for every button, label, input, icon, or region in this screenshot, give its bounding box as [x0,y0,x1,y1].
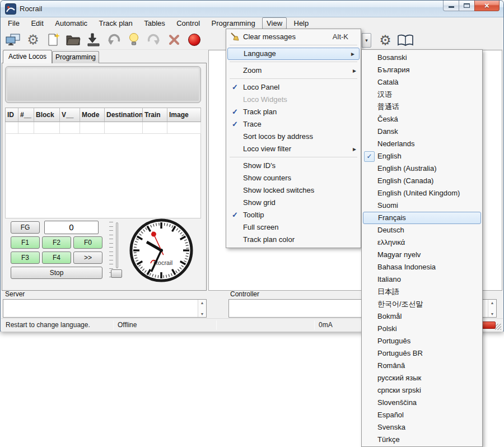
language-menu-item[interactable]: Français [363,212,481,224]
tab-active-locos[interactable]: Active Locos [3,50,52,63]
scroll-down-icon[interactable]: ▼ [488,312,496,316]
f2-button[interactable]: F2 [42,236,71,249]
language-menu-item[interactable]: Polski [362,323,482,335]
minimize-button[interactable] [443,1,459,11]
combo-dropdown-icon[interactable]: ▾ [362,33,371,48]
language-menu-item[interactable]: Česká [362,113,482,125]
slider-thumb[interactable] [111,269,122,278]
menubar-item[interactable]: View [262,17,287,29]
scroll-down-icon[interactable]: ▼ [198,312,206,316]
language-menu-item[interactable]: 한국어/조선말 [362,298,482,310]
f0-button[interactable]: F0 [73,236,102,249]
view-menu-item[interactable]: Loco Panel [226,81,361,94]
language-menu-item[interactable]: 汉语 [362,89,482,101]
maximize-button[interactable] [459,1,474,11]
menubar-item[interactable]: Track plan [95,17,137,29]
speed-slider[interactable] [109,220,124,283]
undo-icon[interactable] [104,31,123,49]
language-menu-item[interactable]: Deutsch [362,224,482,236]
disconnect-x-icon[interactable] [165,31,184,49]
f1-button[interactable]: F1 [11,236,40,249]
view-menu-item[interactable]: Track plan color [226,234,361,246]
workspace-icon[interactable] [3,31,22,49]
language-menu-item[interactable]: English (Australia) [362,162,482,175]
emergency-stop-icon[interactable] [185,31,204,49]
language-menu-item[interactable]: България [362,64,482,76]
menubar-item[interactable]: Help [290,17,314,29]
menubar-item[interactable]: Programming [207,17,260,29]
language-menu-item[interactable]: Română [362,360,482,372]
language-menu-item[interactable]: English [362,150,482,162]
view-menu-item[interactable]: Clear messages Alt-K [226,31,361,43]
menubar-item[interactable]: Automatic [50,17,92,29]
view-menu-item[interactable]: Show ID's [226,160,361,172]
tab-programming[interactable]: Programming [52,51,99,63]
table-header-cell[interactable]: Train [143,108,167,122]
server-log[interactable]: ▲ ▼ [3,299,207,318]
view-menu-item[interactable]: Zoom [226,64,361,77]
view-menu-item[interactable]: Show locked switches [226,184,361,197]
titlebar[interactable]: Rocrail × [1,1,503,17]
language-menu-item[interactable]: ελληνικά [362,236,482,249]
menubar-item[interactable]: File [3,17,24,29]
table-header-cell[interactable]: Destination [105,108,143,122]
view-menu-item[interactable]: Sort locos by address [226,131,361,143]
language-menu-item[interactable]: Türkçe [362,434,482,446]
language-menu-item[interactable]: English (United Kingdom) [362,187,482,199]
language-menu-item[interactable]: 日本語 [362,286,482,298]
language-menu-item[interactable]: Slovenščina [362,397,482,409]
server-log-scrollbar[interactable]: ▲ ▼ [198,300,206,317]
view-menu-item[interactable]: Loco view filter [226,143,361,155]
language-menu-item[interactable]: English (Canada) [362,175,482,187]
open-folder-icon[interactable] [64,31,83,49]
more-functions-button[interactable]: >> [73,252,102,264]
view-menu-item[interactable]: Full screen [226,221,361,234]
settings-gear-icon[interactable]: ⚙ [24,31,43,49]
view-menu-item[interactable]: Loco Widgets [226,94,361,106]
menubar-item[interactable]: Control [172,17,204,29]
language-menu-item[interactable]: Português BR [362,347,482,360]
view-menu-item[interactable]: Show counters [226,172,361,184]
table-header-cell[interactable]: #__ [18,108,34,122]
power-lamp-icon[interactable] [124,31,143,49]
view-menu-item[interactable]: Language [227,48,360,60]
language-menu-item[interactable]: Italiano [362,273,482,286]
view-menu-item[interactable]: Track plan [226,106,361,118]
language-menu-item[interactable]: Español [362,409,482,421]
loco-table-body[interactable] [5,134,201,218]
new-file-icon[interactable] [44,31,63,49]
book-icon[interactable] [396,31,415,49]
resize-grip[interactable] [495,324,501,330]
import-icon[interactable] [84,31,103,49]
view-menu-item[interactable]: Tooltip [226,209,361,221]
table-header-cell[interactable]: Image [167,108,201,122]
language-menu-item[interactable]: Dansk [362,125,482,138]
language-menu-item[interactable]: Bosanski [362,52,482,64]
table-header-cell[interactable]: ID [5,108,18,122]
properties-gear-icon[interactable]: ⚙ [376,31,395,49]
stop-button[interactable]: Stop [11,267,102,279]
menubar-item[interactable]: Edit [26,17,48,29]
view-menu-item[interactable]: Show grid [226,197,361,209]
loco-table-empty-row[interactable] [5,122,201,134]
f4-button[interactable]: F4 [42,252,71,264]
language-menu-item[interactable]: Bahasa Indonesia [362,261,482,273]
language-menu-item[interactable]: Bokmål [362,310,482,323]
language-menu-item[interactable]: русский язык [362,372,482,384]
menubar-item[interactable]: Tables [139,17,170,29]
controller-log-scrollbar[interactable]: ▲ ▼ [488,300,496,317]
table-header-cell[interactable]: Mode [80,108,105,122]
language-menu-item[interactable]: Català [362,76,482,89]
f3-button[interactable]: F3 [11,252,40,264]
table-header-cell[interactable]: V__ [60,108,80,122]
scroll-up-icon[interactable]: ▲ [488,301,496,305]
close-button[interactable]: × [474,1,500,11]
language-menu-item[interactable]: 普通话 [362,101,482,113]
language-menu-item[interactable]: Português [362,335,482,347]
language-menu-item[interactable]: Svenska [362,421,482,434]
scroll-up-icon[interactable]: ▲ [198,301,206,305]
language-menu-item[interactable]: српски srpski [362,384,482,397]
language-menu-item[interactable]: Nederlands [362,138,482,150]
view-menu-item[interactable]: Trace [226,118,361,131]
table-header-cell[interactable]: Block [34,108,60,122]
